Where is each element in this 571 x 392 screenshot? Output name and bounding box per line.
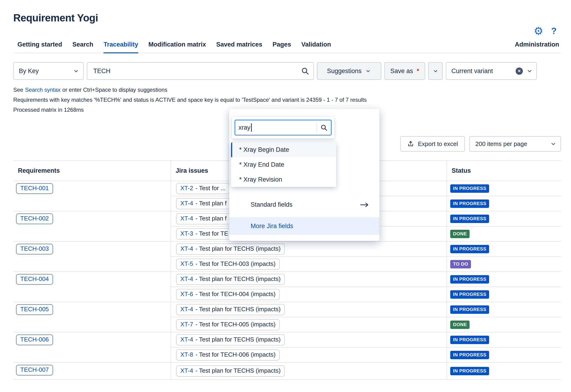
variant-select[interactable]: Current variant ×	[446, 62, 537, 80]
save-as-button[interactable]: Save as *	[384, 62, 425, 80]
save-as-label: Save as	[390, 68, 413, 75]
help-icon[interactable]: ?	[551, 26, 557, 36]
export-label: Export to excel	[418, 140, 458, 147]
requirement-chip[interactable]: TECH-005	[16, 304, 53, 315]
jira-issue-chip[interactable]: XT-5- Test for TECH-003 (impacts)	[176, 259, 280, 270]
jira-issue-chip[interactable]: XT-6- Test for TECH-004 (impacts)	[176, 289, 280, 300]
jira-issue-key[interactable]: XT-5	[180, 260, 193, 267]
jira-issue-summary: - Test for TECH-004 (impacts)	[196, 290, 275, 298]
jira-issue-key[interactable]: XT-4	[180, 245, 193, 252]
popup-result-item[interactable]: * Xray End Date	[231, 157, 336, 172]
requirement-chip[interactable]: TECH-003	[16, 244, 53, 254]
requirement-chip[interactable]: TECH-004	[16, 274, 53, 285]
tab-getting-started[interactable]: Getting started	[17, 37, 62, 53]
jira-issue-key[interactable]: XT-4	[180, 200, 193, 207]
popup-search-card: xray	[232, 117, 334, 139]
hint-suffix: or enter Ctrl+Space to display suggestio…	[62, 87, 168, 93]
popup-search-input[interactable]: xray	[235, 120, 332, 135]
jira-issue-chip[interactable]: XT-2- Test for ...	[176, 183, 230, 194]
jira-issue-key[interactable]: XT-4	[180, 367, 193, 374]
tab-validation[interactable]: Validation	[301, 37, 331, 53]
status-badge: IN PROGRESS	[450, 275, 489, 284]
status-cell: TO DO	[447, 257, 561, 272]
search-box	[87, 62, 314, 80]
popup-result-item[interactable]: * Xray Begin Date	[231, 142, 336, 157]
gear-icon[interactable]: ⚙	[534, 26, 543, 36]
jira-issue-key[interactable]: XT-4	[180, 306, 193, 313]
results-summary: Requirements with key matches '%TECH%' a…	[13, 96, 561, 103]
requirement-cell: TECH-007	[13, 363, 171, 380]
popup-results-list: * Xray Begin Date* Xray End Date* Xray R…	[231, 142, 336, 187]
tab-modification-matrix[interactable]: Modification matrix	[148, 37, 206, 53]
tab-traceability[interactable]: Traceability	[103, 37, 138, 53]
text-caret	[251, 123, 252, 132]
jira-issue-chip[interactable]: XT-4- Test plan f	[176, 198, 231, 209]
jira-issue-key[interactable]: XT-2	[180, 185, 193, 192]
jira-issue-chip[interactable]: XT-3- Test for TE	[176, 228, 232, 240]
jira-issue-key[interactable]: XT-6	[180, 290, 193, 298]
page-size-select[interactable]: 200 items per page	[469, 136, 561, 152]
jira-issue-key[interactable]: XT-7	[180, 321, 193, 328]
status-badge: IN PROGRESS	[450, 200, 489, 208]
requirement-chip[interactable]: TECH-006	[16, 334, 53, 345]
tab-saved-matrices[interactable]: Saved matrices	[216, 37, 262, 53]
status-cell: IN PROGRESS	[447, 181, 561, 196]
jira-issue-cell: XT-4- Test plan for TECHS (impacts)	[171, 332, 447, 347]
requirement-chip[interactable]: TECH-007	[16, 365, 53, 376]
standard-fields-item[interactable]: Standard fields	[229, 197, 380, 213]
tab-administration[interactable]: Administration	[515, 37, 559, 53]
export-to-excel-button[interactable]: Export to excel	[400, 136, 465, 152]
table-row: TECH-003XT-4- Test plan for TECHS (impac…	[13, 241, 561, 257]
requirement-chip[interactable]: TECH-002	[16, 214, 53, 224]
jira-issue-cell: XT-4- Test plan for TECHS (impacts)	[171, 363, 447, 380]
status-cell: IN PROGRESS	[447, 241, 561, 257]
requirement-cell: TECH-001	[13, 181, 171, 211]
search-icon[interactable]	[301, 67, 309, 75]
status-cell: DONE	[447, 226, 561, 241]
search-toolbar: By Key Suggestions Save as * Current var…	[13, 62, 561, 80]
clear-variant-icon[interactable]: ×	[516, 68, 523, 75]
jira-issue-chip[interactable]: XT-7- Test for TECH-005 (impacts)	[176, 319, 280, 330]
jira-issue-summary: - Test for TECH-005 (impacts)	[196, 321, 275, 328]
jira-issue-key[interactable]: XT-8	[180, 351, 193, 358]
jira-issue-key[interactable]: XT-4	[180, 336, 193, 343]
save-as-split-button[interactable]	[428, 62, 443, 80]
suggestions-button[interactable]: Suggestions	[317, 62, 381, 80]
column-picker-popup: xray * Xray Begin Date* Xray End Date* X…	[229, 109, 380, 241]
popup-result-item[interactable]: * Xray Revision	[231, 172, 336, 187]
status-cell: IN PROGRESS	[447, 287, 561, 302]
status-badge: IN PROGRESS	[450, 290, 489, 299]
tab-pages[interactable]: Pages	[272, 37, 291, 53]
tab-bar: Getting startedSearchTraceabilityModific…	[13, 37, 561, 53]
tabs: Getting startedSearchTraceabilityModific…	[17, 37, 341, 53]
jira-issue-chip[interactable]: XT-4- Test plan for TECHS (impacts)	[176, 244, 285, 255]
jira-issue-cell: XT-6- Test for TECH-004 (impacts)	[171, 287, 447, 302]
requirement-chip[interactable]: TECH-001	[16, 183, 53, 194]
jira-issue-chip[interactable]: XT-8- Test for TECH-006 (impacts)	[176, 349, 280, 361]
more-jira-fields-link[interactable]: More Jira fields	[229, 217, 380, 235]
arrow-right-icon	[359, 201, 369, 208]
jira-issue-key[interactable]: XT-4	[180, 275, 193, 283]
requirement-cell: TECH-005	[13, 302, 171, 332]
jira-issue-summary: - Test plan f	[196, 200, 227, 207]
jira-issue-key[interactable]: XT-4	[180, 215, 193, 222]
jira-issue-key[interactable]: XT-3	[180, 230, 193, 237]
search-syntax-link[interactable]: Search syntax	[25, 87, 60, 93]
hint-prefix: See	[13, 87, 23, 93]
requirement-cell: TECH-002	[13, 211, 171, 241]
search-input[interactable]	[93, 67, 301, 75]
jira-issue-chip[interactable]: XT-4- Test plan for TECHS (impacts)	[176, 334, 285, 346]
jira-issue-chip[interactable]: XT-4- Test plan for TECHS (impacts)	[176, 304, 285, 315]
variant-label: Current variant	[451, 68, 512, 75]
input-divider	[316, 123, 317, 132]
search-icon[interactable]	[320, 124, 328, 131]
requirement-cell: TECH-006	[13, 332, 171, 363]
jira-issue-chip[interactable]: XT-4- Test plan for TECHS (impacts)	[176, 365, 285, 377]
tab-search[interactable]: Search	[72, 37, 93, 53]
jira-issue-summary: - Test for TECH-006 (impacts)	[196, 351, 275, 358]
more-jira-fields-label: More Jira fields	[251, 222, 293, 230]
status-cell: IN PROGRESS	[447, 363, 561, 380]
jira-issue-chip[interactable]: XT-4- Test plan f	[176, 213, 231, 224]
search-mode-select[interactable]: By Key	[13, 62, 84, 80]
jira-issue-chip[interactable]: XT-4- Test plan for TECHS (impacts)	[176, 274, 285, 285]
